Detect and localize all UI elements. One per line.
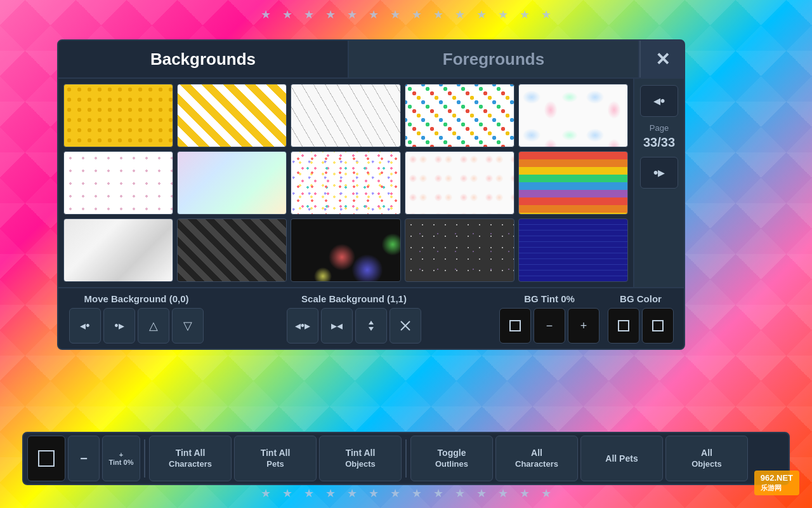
scale-horiz-expand-button[interactable]: ◂•▸: [287, 308, 318, 344]
all-characters-label: All: [531, 447, 542, 458]
tint-pct-label: Tint 0%: [109, 458, 134, 466]
bg-tint-label: BG Tint 0%: [499, 293, 600, 304]
stars-top-bar: ★ ★ ★ ★ ★ ★ ★ ★ ★ ★ ★ ★ ★ ★: [0, 8, 812, 22]
background-grid-content: [58, 79, 633, 287]
tint-all-pets-label2: Pets: [266, 459, 284, 470]
bg-cell-watercolor-shapes[interactable]: [518, 84, 628, 147]
scale-horiz-shrink-icon: ▸◂: [331, 319, 343, 333]
bottom-toolbar: − + Tint 0% Tint All Characters Tint All…: [22, 432, 790, 485]
tint-all-objects-button[interactable]: Tint All Objects: [319, 436, 402, 481]
tint-all-pets-button[interactable]: Tint All Pets: [234, 436, 317, 481]
bg-cell-triangle-bw[interactable]: [291, 84, 400, 147]
scale-horiz-expand-icon: ◂•▸: [295, 319, 310, 333]
page-info: Page 33/33: [643, 123, 675, 150]
star-icon: ★: [347, 8, 357, 22]
all-objects-button[interactable]: All Objects: [665, 436, 748, 481]
tint-swatch-button[interactable]: [499, 308, 531, 344]
star-icon: ★: [390, 8, 400, 22]
bg-color-label: BG Color: [603, 293, 679, 304]
divider: [144, 439, 145, 478]
move-bg-buttons: ◂• •▸ △ ▽: [63, 308, 209, 344]
global-tint-swatch[interactable]: [27, 436, 65, 481]
star-icon: ★: [520, 8, 530, 22]
star-icon: ★: [261, 486, 271, 500]
star-icon: ★: [369, 486, 379, 500]
prev-page-button[interactable]: ◂•: [640, 85, 678, 117]
svg-rect-5: [619, 321, 629, 331]
next-page-icon: •▸: [653, 164, 665, 181]
scale-horiz-shrink-button[interactable]: ▸◂: [321, 308, 353, 344]
side-navigation: ◂• Page 33/33 •▸: [633, 79, 684, 287]
tint-swatch-icon: [36, 448, 56, 469]
move-up-button[interactable]: △: [138, 308, 169, 344]
next-page-button[interactable]: •▸: [640, 157, 678, 189]
bg-cell-blue-text[interactable]: [518, 218, 628, 282]
bg-cell-colorful-stripes[interactable]: [518, 151, 628, 215]
all-pets-button[interactable]: All Pets: [580, 436, 663, 481]
all-characters-label2: Characters: [515, 459, 558, 470]
move-down-icon: ▽: [183, 319, 192, 333]
global-tint-decrease-button[interactable]: −: [68, 436, 100, 481]
star-icon: ★: [325, 486, 336, 500]
plus-icon: +: [580, 319, 587, 333]
tint-all-characters-button[interactable]: Tint All Characters: [149, 436, 232, 481]
close-icon: ✕: [655, 49, 670, 70]
tab-backgrounds[interactable]: Backgrounds: [58, 41, 349, 77]
toggle-outlines-button[interactable]: Toggle Outlines: [410, 436, 493, 481]
main-panel: Backgrounds Foregrounds ✕: [57, 39, 685, 350]
bg-color-swatch2-icon: [650, 318, 665, 333]
bg-cell-bokeh[interactable]: [291, 218, 400, 282]
star-icon: ★: [455, 8, 465, 22]
bg-cell-sparkle-dark[interactable]: [405, 218, 514, 282]
controls-labels-row: Move Background (0,0) Scale Background (…: [63, 293, 679, 304]
all-pets-label: All Pets: [605, 453, 638, 464]
scale-uniform-icon: [365, 319, 377, 332]
star-icon: ★: [498, 486, 508, 500]
star-icon: ★: [412, 486, 422, 500]
bg-cell-colorful-triangles[interactable]: [177, 151, 287, 215]
minus-icon: −: [546, 319, 553, 333]
tab-foregrounds[interactable]: Foregrounds: [349, 41, 639, 77]
all-objects-label2: Objects: [691, 459, 722, 470]
bg-cell-colorful-confetti[interactable]: [291, 151, 400, 215]
bg-color-swatch1-button[interactable]: [608, 308, 639, 344]
svg-rect-4: [510, 321, 520, 331]
close-button[interactable]: ✕: [639, 41, 684, 77]
page-label: Page: [643, 123, 675, 134]
tint-decrease-button[interactable]: −: [534, 308, 565, 344]
bg-color-swatch2-button[interactable]: [642, 308, 674, 344]
bg-cell-yellow-stripes[interactable]: [177, 84, 287, 147]
scale-bg-buttons: ◂•▸ ▸◂: [212, 308, 496, 344]
minus-icon: −: [80, 451, 88, 466]
star-icon: ★: [325, 8, 336, 22]
scale-uniform-button[interactable]: [355, 308, 387, 344]
bg-cell-hearts[interactable]: [405, 151, 514, 215]
svg-marker-1: [369, 327, 374, 331]
controls-area: Move Background (0,0) Scale Background (…: [58, 287, 684, 349]
star-icon: ★: [261, 8, 271, 22]
global-tint-increase-button[interactable]: + Tint 0%: [102, 436, 140, 481]
star-icon: ★: [347, 486, 357, 500]
plus-icon: +: [119, 451, 123, 458]
scale-cross-button[interactable]: [390, 308, 421, 344]
move-left-button[interactable]: ◂•: [69, 308, 101, 344]
svg-rect-7: [39, 451, 54, 466]
tint-all-characters-label2: Characters: [169, 459, 212, 470]
bg-cell-colorful-dots[interactable]: [405, 84, 514, 147]
bg-cell-yellow-dots[interactable]: [63, 84, 173, 147]
prev-page-icon: ◂•: [653, 93, 665, 109]
move-right-button[interactable]: •▸: [103, 308, 135, 344]
move-down-button[interactable]: ▽: [172, 308, 204, 344]
move-up-icon: △: [149, 319, 158, 333]
star-icon: ★: [433, 486, 443, 500]
bg-cell-white-small-dots[interactable]: [63, 151, 173, 215]
tint-increase-button[interactable]: +: [568, 308, 599, 344]
divider2: [405, 439, 407, 478]
all-characters-button[interactable]: All Characters: [495, 436, 578, 481]
svg-rect-6: [653, 321, 663, 331]
star-icon: ★: [520, 486, 530, 500]
bg-cell-3d-white[interactable]: [63, 218, 173, 282]
bg-tint-buttons: − +: [499, 308, 600, 344]
star-icon: ★: [304, 486, 314, 500]
bg-cell-dark-stripes[interactable]: [177, 218, 287, 282]
